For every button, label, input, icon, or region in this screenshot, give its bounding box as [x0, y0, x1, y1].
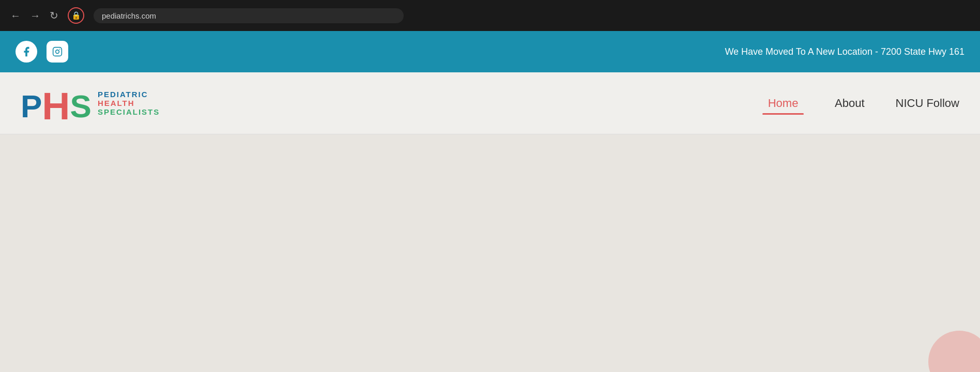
nav-active-indicator — [762, 113, 804, 115]
reload-button[interactable]: ↻ — [50, 10, 58, 21]
svg-rect-0 — [53, 48, 62, 56]
instagram-button[interactable] — [47, 41, 68, 63]
logo-p: P — [21, 90, 42, 122]
nav-label-home: Home — [768, 97, 799, 113]
top-banner: We Have Moved To A New Location - 7200 S… — [0, 31, 980, 72]
logo-line-3: SPECIALISTS — [98, 107, 160, 116]
website-area: P H S PEDIATRIC HEALTH SPECIALISTS Home … — [0, 72, 980, 372]
decorative-circle — [928, 331, 980, 372]
logo-text-block: PEDIATRIC HEALTH SPECIALISTS — [98, 90, 160, 116]
address-bar[interactable]: pediatrichs.com — [94, 8, 404, 23]
logo-h: H — [42, 87, 70, 126]
social-icons-group — [16, 41, 68, 63]
lock-icon: 🔒 — [71, 11, 81, 20]
nav-item-nicu-follow[interactable]: NICU Follow — [896, 97, 959, 113]
nav-label-nicu-follow: NICU Follow — [896, 97, 959, 113]
announcement-text: We Have Moved To A New Location - 7200 S… — [725, 47, 964, 57]
back-button[interactable]: ← — [10, 10, 21, 21]
site-header: P H S PEDIATRIC HEALTH SPECIALISTS Home … — [0, 72, 980, 134]
logo-line-1: PEDIATRIC — [98, 90, 160, 99]
browser-chrome: ← → ↻ 🔒 pediatrichs.com — [0, 0, 980, 31]
nav-item-about[interactable]: About — [835, 97, 865, 113]
main-navigation: Home About NICU Follow — [762, 91, 959, 115]
logo-initials: P H S — [21, 84, 91, 122]
url-text: pediatrichs.com — [102, 11, 156, 20]
logo-s: S — [70, 90, 91, 122]
svg-point-1 — [56, 50, 59, 54]
facebook-button[interactable] — [16, 41, 37, 63]
security-indicator: 🔒 — [68, 7, 84, 24]
nav-item-home[interactable]: Home — [762, 97, 804, 115]
logo-line-2: HEALTH — [98, 99, 160, 107]
svg-point-2 — [59, 49, 60, 50]
site-logo[interactable]: P H S PEDIATRIC HEALTH SPECIALISTS — [21, 84, 160, 122]
main-content-area — [0, 134, 980, 372]
nav-label-about: About — [835, 97, 865, 113]
forward-button[interactable]: → — [30, 10, 40, 21]
